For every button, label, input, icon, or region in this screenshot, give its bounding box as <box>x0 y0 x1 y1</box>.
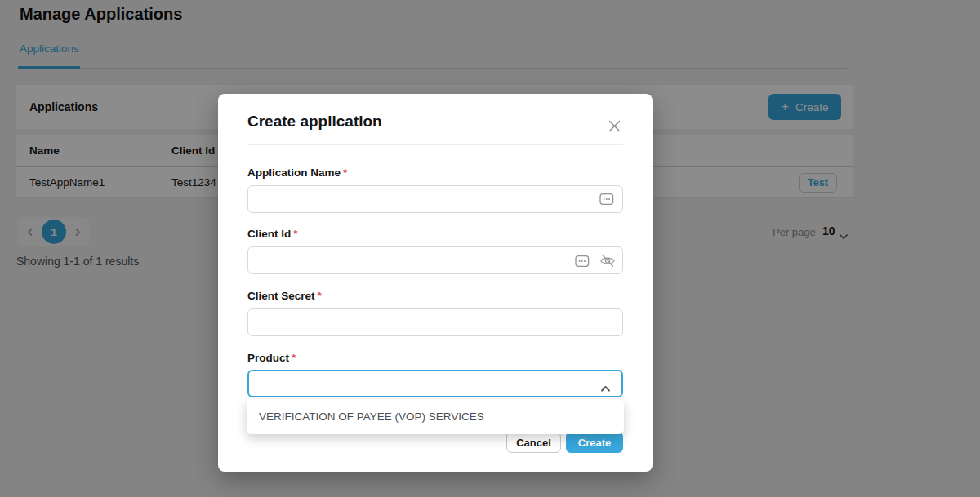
close-button[interactable] <box>607 118 621 133</box>
product-dropdown-menu: VERIFICATION OF PAYEE (VOP) SERVICES <box>247 399 624 434</box>
app-root: Manage Applications Applications Applica… <box>0 0 980 497</box>
application-name-input[interactable] <box>247 185 623 213</box>
close-icon <box>608 120 621 132</box>
autofill-icon[interactable] <box>575 255 590 268</box>
required-asterisk: * <box>343 166 347 179</box>
client-id-label: Client Id* <box>247 228 298 240</box>
modal-create-button[interactable]: Create <box>566 432 623 453</box>
client-secret-input[interactable] <box>247 308 623 336</box>
required-asterisk: * <box>292 352 296 364</box>
product-label: Product* <box>247 352 296 364</box>
modal-title-divider <box>247 144 623 145</box>
cancel-button[interactable]: Cancel <box>506 432 561 453</box>
eye-slash-icon[interactable] <box>599 254 616 268</box>
product-select[interactable] <box>247 370 623 397</box>
product-option-vop[interactable]: VERIFICATION OF PAYEE (VOP) SERVICES <box>247 399 624 434</box>
chevron-up-icon <box>600 381 611 396</box>
client-id-input[interactable] <box>247 246 623 274</box>
required-asterisk: * <box>318 290 322 302</box>
required-asterisk: * <box>293 228 297 240</box>
application-name-label: Application Name* <box>247 166 347 179</box>
client-secret-label: Client Secret* <box>247 290 322 302</box>
autofill-icon[interactable] <box>599 193 614 206</box>
create-application-modal: Create application Application Name* Cli… <box>218 94 653 472</box>
modal-title: Create application <box>247 113 382 131</box>
